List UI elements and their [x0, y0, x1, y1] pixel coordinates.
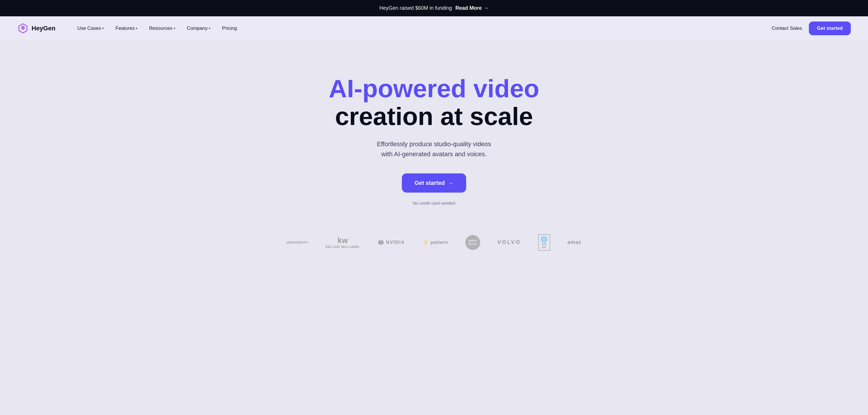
main-nav: HeyGen Use Cases ▾ Features ▾ Resources …	[0, 16, 868, 40]
logo[interactable]: HeyGen	[17, 23, 55, 34]
nav-right: Contact Sales Get started	[772, 22, 851, 35]
chevron-down-icon: ▾	[209, 26, 210, 30]
logos-section: UNIVERSITY kw KELLER WILLIAMS. NVIDIA ⚡ …	[0, 223, 868, 268]
pattern-lightning-icon: ⚡	[422, 239, 429, 246]
nav-item-features[interactable]: Features ▾	[111, 23, 142, 34]
chevron-down-icon: ▾	[102, 26, 104, 30]
hero-title-dark: creation at scale	[335, 102, 533, 130]
logo-wordmark: HeyGen	[32, 25, 55, 32]
logo-undp: 🌐 UNDP	[538, 234, 550, 251]
nav-item-use-cases[interactable]: Use Cases ▾	[73, 23, 108, 34]
logo-university: UNIVERSITY	[286, 241, 308, 244]
no-credit-text: No credit card needed	[413, 201, 455, 206]
undp-globe-icon: 🌐	[540, 236, 548, 243]
nav-item-company[interactable]: Company ▾	[182, 23, 215, 34]
chevron-down-icon: ▾	[136, 26, 137, 30]
nav-item-pricing[interactable]: Pricing	[217, 23, 241, 34]
logo-keller-williams: kw KELLER WILLIAMS.	[326, 236, 360, 249]
hero-cta-button[interactable]: Get started →	[402, 173, 466, 193]
contact-sales-link[interactable]: Contact Sales	[772, 26, 802, 31]
heygen-logo-icon	[17, 23, 29, 34]
hero-section: AI-powered video creation at scale Effor…	[0, 40, 868, 223]
nav-item-resources[interactable]: Resources ▾	[144, 23, 180, 34]
announcement-text: HeyGen raised $60M in funding	[379, 5, 452, 11]
logo-pattern: ⚡ pattern	[422, 239, 448, 246]
chevron-down-icon: ▾	[174, 26, 175, 30]
hero-title-highlight: AI-powered video	[329, 74, 539, 103]
nvidia-icon	[377, 240, 384, 245]
hero-subtitle: Effortlessly produce studio-quality vide…	[6, 139, 862, 159]
logo-amazon: amaz	[567, 239, 582, 245]
read-more-arrow: →	[484, 5, 489, 11]
read-more-link[interactable]: Read More →	[456, 5, 489, 11]
nav-get-started-button[interactable]: Get started	[809, 22, 851, 35]
logo-salesforce: salesforce	[465, 235, 480, 250]
read-more-label: Read More	[456, 5, 482, 11]
logo-nvidia: NVIDIA	[377, 240, 405, 245]
hero-cta-wrap: Get started → No credit card needed	[6, 173, 862, 206]
nav-links: Use Cases ▾ Features ▾ Resources ▾ Compa…	[73, 23, 772, 34]
arrow-icon: →	[448, 180, 454, 186]
announcement-bar: HeyGen raised $60M in funding Read More …	[0, 0, 868, 16]
hero-title: AI-powered video creation at scale	[6, 75, 862, 130]
logo-volvo: VOLVO	[497, 239, 521, 245]
